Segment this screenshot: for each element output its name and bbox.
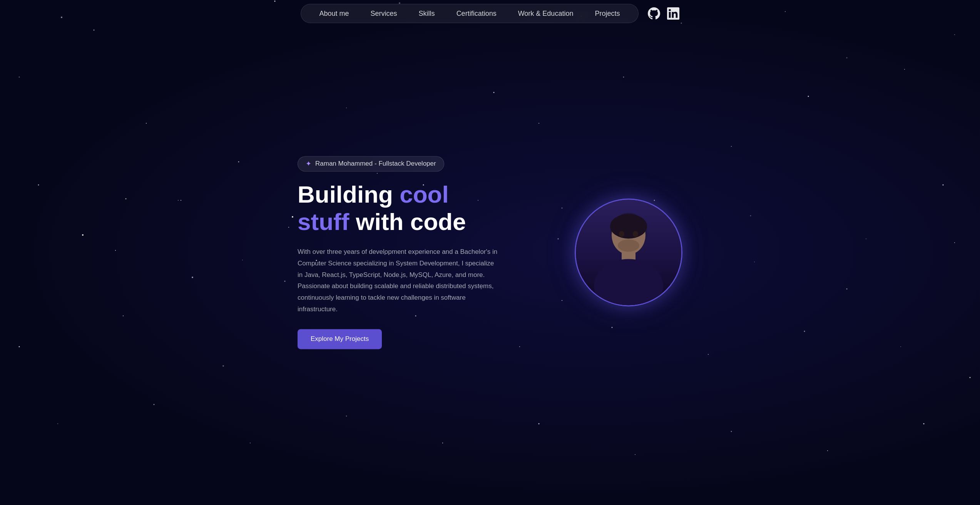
explore-projects-button[interactable]: Explore My Projects — [298, 329, 382, 349]
avatar-image — [576, 200, 681, 305]
hero-description: With over three years of development exp… — [298, 247, 498, 315]
title-part1: Building — [298, 181, 400, 208]
linkedin-link[interactable] — [667, 7, 679, 20]
github-icon — [648, 7, 660, 20]
svg-point-4 — [594, 259, 663, 305]
navbar: About me Services Skills Certifications … — [0, 0, 980, 27]
nav-link-work-education[interactable]: Work & Education — [507, 4, 584, 23]
github-link[interactable] — [648, 7, 660, 20]
badge-text: Raman Mohammed - Fullstack Developer — [315, 160, 436, 168]
nav-link-skills[interactable]: Skills — [408, 4, 446, 23]
title-part2: with code — [349, 208, 466, 235]
nav-link-projects[interactable]: Projects — [584, 4, 630, 23]
avatar-silhouette — [586, 209, 671, 305]
hero-title: Building cool stuff with code — [298, 181, 498, 236]
nav-social-icons — [648, 7, 679, 20]
svg-point-6 — [619, 231, 624, 237]
linkedin-icon — [667, 7, 679, 20]
svg-point-2 — [610, 214, 647, 239]
svg-point-7 — [633, 231, 638, 237]
nav-link-services[interactable]: Services — [360, 4, 408, 23]
nav-container: About me Services Skills Certifications … — [301, 4, 639, 23]
nav-link-certifications[interactable]: Certifications — [446, 4, 507, 23]
svg-point-5 — [618, 240, 639, 252]
hero-text: ✦ Raman Mohammed - Fullstack Developer B… — [298, 156, 498, 349]
nav-link-about[interactable]: About me — [309, 4, 360, 23]
badge-icon: ✦ — [306, 159, 311, 168]
avatar-ring — [575, 199, 682, 307]
name-badge: ✦ Raman Mohammed - Fullstack Developer — [298, 156, 444, 171]
hero-section: ✦ Raman Mohammed - Fullstack Developer B… — [298, 156, 682, 349]
avatar-section — [575, 199, 682, 307]
